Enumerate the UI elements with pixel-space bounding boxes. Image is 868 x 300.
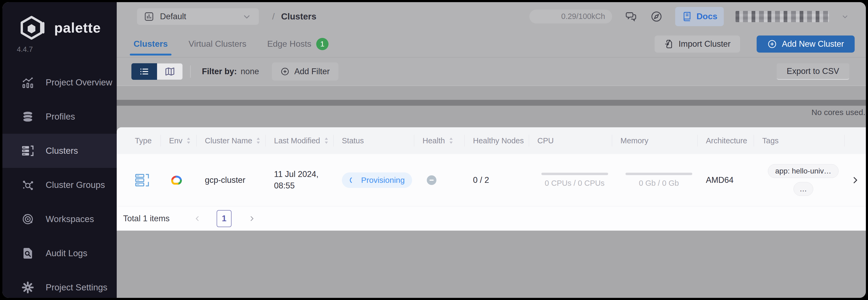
sidebar-item-audit-logs[interactable]: Audit Logs xyxy=(2,236,117,270)
chat-icon xyxy=(625,10,637,23)
cores-usage-notice: No cores used. xyxy=(117,108,866,117)
pagination-next-button[interactable] xyxy=(247,213,257,224)
import-cluster-button[interactable]: Import Cluster xyxy=(655,35,740,53)
docs-link[interactable]: Docs xyxy=(675,7,724,26)
main-content: Default / Clusters 0.29/100kCh xyxy=(117,2,866,298)
memory-usage-label: 0 Gb / 0 Gb xyxy=(639,179,679,188)
sidebar-item-label: Profiles xyxy=(46,111,75,122)
more-tags-badge[interactable]: … xyxy=(794,182,813,196)
sidebar-item-label: Project Settings xyxy=(46,282,107,293)
edge-hosts-count-badge: 1 xyxy=(316,38,329,50)
project-chart-icon xyxy=(144,11,154,22)
pagination-prev-button[interactable] xyxy=(192,213,203,224)
column-health[interactable]: Health xyxy=(414,127,464,154)
column-actions xyxy=(844,127,866,154)
architecture-cell: AMD64 xyxy=(698,154,754,206)
chat-button[interactable] xyxy=(624,10,638,24)
sidebar-item-project-overview[interactable]: Project Overview xyxy=(2,65,117,100)
pagination-page-1[interactable]: 1 xyxy=(217,210,231,227)
list-view-button[interactable] xyxy=(131,63,157,80)
spinner-icon xyxy=(349,176,357,184)
explore-button[interactable] xyxy=(650,10,663,24)
project-selector-value: Default xyxy=(160,12,186,21)
list-view-icon xyxy=(139,66,150,77)
clusters-table: Type Env Cluster Name Last Modified Stat… xyxy=(117,127,866,231)
sidebar-item-label: Clusters xyxy=(46,146,78,156)
filter-by-value: none xyxy=(241,67,259,76)
page-background xyxy=(117,231,866,298)
gcp-cloud-icon xyxy=(169,174,184,186)
project-selector[interactable]: Default xyxy=(137,8,259,25)
audit-logs-icon xyxy=(21,246,34,260)
healthy-nodes-cell: 0 / 2 xyxy=(464,154,529,206)
health-cell xyxy=(414,154,464,206)
app-window: palette 4.4.7 Project Overview xyxy=(2,2,866,298)
brand: palette xyxy=(16,15,117,40)
user-chevron-down-icon[interactable] xyxy=(841,12,849,21)
user-menu-redacted[interactable] xyxy=(736,11,829,22)
docs-label: Docs xyxy=(696,11,717,21)
last-modified-cell: 11 Jul 2024, 08:55 xyxy=(266,154,333,206)
workspaces-icon xyxy=(21,212,34,226)
chevron-right-icon xyxy=(248,215,255,222)
sidebar: palette 4.4.7 Project Overview xyxy=(2,2,117,298)
tag-badge[interactable]: app: hello-univ… xyxy=(768,164,838,178)
export-csv-button[interactable]: Export to CSV xyxy=(777,63,849,80)
export-csv-label: Export to CSV xyxy=(787,66,839,76)
sidebar-nav: Project Overview Profiles xyxy=(2,65,117,298)
column-cluster-name[interactable]: Cluster Name xyxy=(196,127,266,154)
tab-label: Clusters xyxy=(133,39,168,49)
row-expand-cell xyxy=(844,154,866,206)
sidebar-item-label: Cluster Groups xyxy=(46,180,105,190)
gear-icon xyxy=(21,281,34,294)
divider xyxy=(190,65,191,78)
app-version: 4.4.7 xyxy=(17,45,117,54)
last-modified-date: 11 Jul 2024, xyxy=(274,169,319,180)
view-toggle xyxy=(131,63,183,80)
brand-name: palette xyxy=(54,20,101,36)
tab-edge-hosts[interactable]: Edge Hosts 1 xyxy=(265,31,330,57)
usage-badge: 0.29/100kCh xyxy=(529,10,612,24)
map-view-icon xyxy=(164,66,175,77)
plus-circle-icon xyxy=(767,39,777,49)
map-view-button[interactable] xyxy=(157,63,183,80)
tab-label: Edge Hosts xyxy=(267,39,311,49)
cpu-cell: 0 CPUs / 0 CPUs xyxy=(529,154,612,206)
table-footer: Total 1 items 1 xyxy=(117,206,866,231)
health-unknown-icon xyxy=(427,175,436,185)
sidebar-item-label: Workspaces xyxy=(46,214,94,224)
sidebar-item-label: Audit Logs xyxy=(46,248,87,258)
sidebar-item-workspaces[interactable]: Workspaces xyxy=(2,202,117,236)
column-last-modified[interactable]: Last Modified xyxy=(266,127,333,154)
project-overview-icon xyxy=(21,76,34,89)
breadcrumb-separator: / xyxy=(272,11,275,22)
table-row[interactable]: gcp-cluster 11 Jul 2024, 08:55 Provision… xyxy=(117,154,866,206)
last-modified-time: 08:55 xyxy=(274,180,295,192)
sidebar-item-project-settings[interactable]: Project Settings xyxy=(2,270,117,298)
memory-progress-bar xyxy=(625,173,692,175)
compass-icon xyxy=(650,10,662,23)
add-new-cluster-button[interactable]: Add New Cluster xyxy=(756,35,855,53)
cluster-groups-icon xyxy=(21,178,34,192)
column-env[interactable]: Env xyxy=(160,127,196,154)
sidebar-item-cluster-groups[interactable]: Cluster Groups xyxy=(2,168,117,202)
column-cpu: CPU xyxy=(529,127,612,154)
topbar: Default / Clusters 0.29/100kCh xyxy=(117,2,866,31)
column-healthy-nodes: Healthy Nodes xyxy=(464,127,529,154)
import-icon xyxy=(664,39,674,49)
chevron-left-icon xyxy=(194,215,201,222)
add-filter-button[interactable]: Add Filter xyxy=(272,62,338,80)
clusters-icon xyxy=(21,144,34,158)
table-header: Type Env Cluster Name Last Modified Stat… xyxy=(117,127,866,154)
tabs-bar: Clusters Virtual Clusters Edge Hosts 1 xyxy=(117,31,866,57)
tab-clusters[interactable]: Clusters xyxy=(131,31,170,57)
tags-cell: app: hello-univ… … xyxy=(754,154,844,206)
chevron-right-icon[interactable] xyxy=(850,176,860,185)
sidebar-item-clusters[interactable]: Clusters xyxy=(2,134,117,168)
tab-virtual-clusters[interactable]: Virtual Clusters xyxy=(186,31,248,57)
total-items-label: Total 1 items xyxy=(123,214,169,223)
column-memory: Memory xyxy=(612,127,698,154)
column-type: Type xyxy=(117,127,160,154)
sidebar-item-profiles[interactable]: Profiles xyxy=(2,100,117,134)
column-status: Status xyxy=(333,127,414,154)
